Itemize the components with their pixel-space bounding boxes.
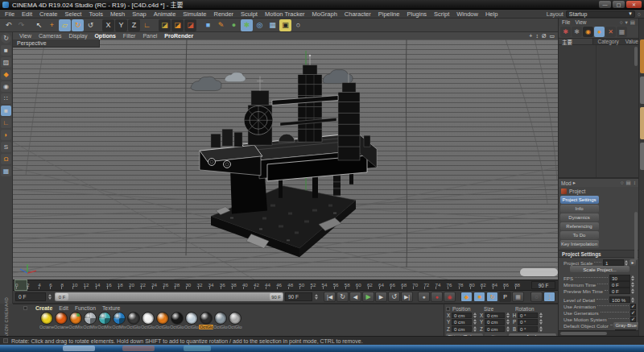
attribute-mode-menu[interactable]: Mod <box>561 180 572 186</box>
ruler-tick-32[interactable]: 32 <box>197 280 208 290</box>
loop-icon[interactable]: ↺ <box>388 292 400 302</box>
attr-value-field[interactable]: 0 F <box>609 281 630 288</box>
windows-taskbar[interactable] <box>0 345 644 352</box>
spin-up-icon[interactable] <box>473 319 477 321</box>
render-view-icon[interactable]: ◪ <box>159 19 171 31</box>
spin-up-icon[interactable] <box>506 326 510 329</box>
size-x-spinner[interactable] <box>506 313 511 318</box>
ruler-end-field[interactable]: 90 F <box>531 281 555 289</box>
pen-spline-icon[interactable]: ✎ <box>215 19 227 31</box>
om-filter-icon[interactable]: ▾ <box>625 19 628 26</box>
texture-mode-icon[interactable]: ▨ <box>1 57 11 68</box>
menu-plugins[interactable]: Plugins <box>407 10 427 18</box>
material-item[interactable]: Octane <box>39 312 54 329</box>
pan-icon[interactable]: + <box>529 33 532 39</box>
material-item[interactable]: OctGlos <box>141 312 155 329</box>
viewport-canvas[interactable]: Perspective <box>13 39 558 280</box>
octane-live-viewer-icon[interactable]: ● <box>594 27 605 37</box>
attribute-tab-referencing[interactable]: Referencing <box>560 222 599 230</box>
ruler-tick-28[interactable]: 28 <box>174 280 185 290</box>
range-start-grip[interactable]: 0 F <box>56 293 68 300</box>
model-mode-icon[interactable]: ■ <box>1 45 11 56</box>
material-item[interactable]: OctMix <box>97 312 112 329</box>
attr-value-field[interactable]: 30 <box>609 275 630 281</box>
spin-down-icon[interactable] <box>631 300 634 303</box>
material-thumbnail[interactable] <box>69 312 82 325</box>
attribute-tab-info[interactable]: Info <box>560 205 599 213</box>
rotation-h-spinner[interactable] <box>539 313 544 318</box>
ruler-tick-34[interactable]: 34 <box>208 280 220 290</box>
key-scale-icon[interactable]: ■ <box>473 292 485 302</box>
spin-up-icon[interactable] <box>539 319 543 321</box>
spin-up-icon[interactable] <box>631 282 634 284</box>
view-label-tab[interactable]: Perspective <box>13 39 100 48</box>
axis-mode-icon[interactable]: ∟ <box>1 118 11 128</box>
menu-script[interactable]: Script <box>434 10 449 18</box>
position-x-field[interactable]: 0 cm <box>452 313 472 319</box>
rotation-p-spinner[interactable] <box>539 319 544 325</box>
dropdown-gray-blue[interactable]: Gray-Blue <box>613 322 638 329</box>
spin-up-icon[interactable] <box>631 297 634 300</box>
spin-down-icon[interactable] <box>473 322 477 325</box>
material-thumbnail[interactable] <box>185 312 198 325</box>
spin-down-icon[interactable] <box>631 292 634 294</box>
attribute-tab-dynamics[interactable]: Dynamics <box>560 213 599 222</box>
ruler-tick-42[interactable]: 42 <box>254 280 265 290</box>
add-cube-icon[interactable]: ■ <box>202 19 214 31</box>
ruler-tick-88[interactable]: 88 <box>514 280 526 290</box>
ruler-tick-62[interactable]: 62 <box>367 280 378 290</box>
menu-edit[interactable]: Edit <box>22 10 32 18</box>
ruler-tick-0[interactable]: 0 <box>15 280 27 290</box>
menu-motion-tracker[interactable]: Motion Tracker <box>265 10 305 18</box>
go-to-start-icon[interactable]: |◀ <box>324 292 336 302</box>
size-y-spinner[interactable] <box>506 319 511 325</box>
ruler-tick-8[interactable]: 8 <box>60 280 72 290</box>
size-z-spinner[interactable] <box>506 326 511 332</box>
attr-spinner[interactable] <box>631 288 636 295</box>
play-preview-icon[interactable]: ↻ <box>336 292 349 302</box>
vp-menu-panel[interactable]: Panel <box>142 33 157 39</box>
convert-icon[interactable]: ↻ <box>1 33 11 43</box>
spin-up-icon[interactable] <box>631 275 634 278</box>
ruler-tick-50[interactable]: 50 <box>299 280 310 290</box>
material-item[interactable]: OctGlos <box>170 312 184 329</box>
search-icon[interactable]: ○ <box>638 11 641 17</box>
ruler-tick-70[interactable]: 70 <box>412 280 423 290</box>
material-menu-texture[interactable]: Texture <box>102 305 120 311</box>
ruler-tick-36[interactable]: 36 <box>220 280 231 290</box>
rotation-b-field[interactable]: 0 ° <box>518 326 538 333</box>
octane-camera-icon[interactable]: ✕ <box>605 27 616 37</box>
ruler-tick-24[interactable]: 24 <box>151 280 163 290</box>
render-settings-icon[interactable]: ◪ <box>184 19 196 31</box>
ruler-tick-48[interactable]: 48 <box>287 280 299 290</box>
attribute-tab-to-do[interactable]: To Do <box>560 231 599 239</box>
menu-file[interactable]: File <box>5 10 14 18</box>
spin-down-icon[interactable] <box>473 329 477 332</box>
dock-tab[interactable] <box>640 143 644 170</box>
dock-tab[interactable] <box>640 107 644 139</box>
taskbar-item[interactable] <box>184 346 211 351</box>
taskbar-item[interactable] <box>63 346 95 351</box>
menu-sculpt[interactable]: Sculpt <box>241 10 258 18</box>
vp-menu-view[interactable]: View <box>19 33 31 39</box>
ruler-tick-54[interactable]: 54 <box>322 280 333 290</box>
rotation-h-field[interactable]: 0 ° <box>518 313 538 319</box>
lock-y-axis-icon[interactable]: Y <box>115 19 127 31</box>
zoom-icon[interactable]: ↕ <box>535 33 539 39</box>
octane-textures-icon[interactable]: ✱ <box>572 27 582 37</box>
coordinate-system-icon[interactable]: ∟ <box>141 19 153 31</box>
attribute-object-row[interactable]: Project <box>559 187 638 195</box>
ruler-tick-76[interactable]: 76 <box>447 280 458 290</box>
column-header-category[interactable]: Category <box>597 39 618 44</box>
scale-icon[interactable]: ▱ <box>59 19 71 31</box>
ruler-tick-68[interactable]: 68 <box>401 280 412 290</box>
rotate-icon[interactable]: ↻ <box>72 19 84 31</box>
menu-snap[interactable]: Snap <box>132 10 147 18</box>
timeline-options-icon[interactable]: ⋮ <box>543 292 555 302</box>
unit-dropdown[interactable]: ▸ <box>630 259 636 266</box>
menu-simulate[interactable]: Simulate <box>183 10 206 18</box>
spin-down-icon[interactable] <box>539 316 543 318</box>
ruler-tick-52[interactable]: 52 <box>310 280 321 290</box>
menu-window[interactable]: Window <box>456 10 478 18</box>
checkbox[interactable]: ✓ <box>630 304 636 309</box>
